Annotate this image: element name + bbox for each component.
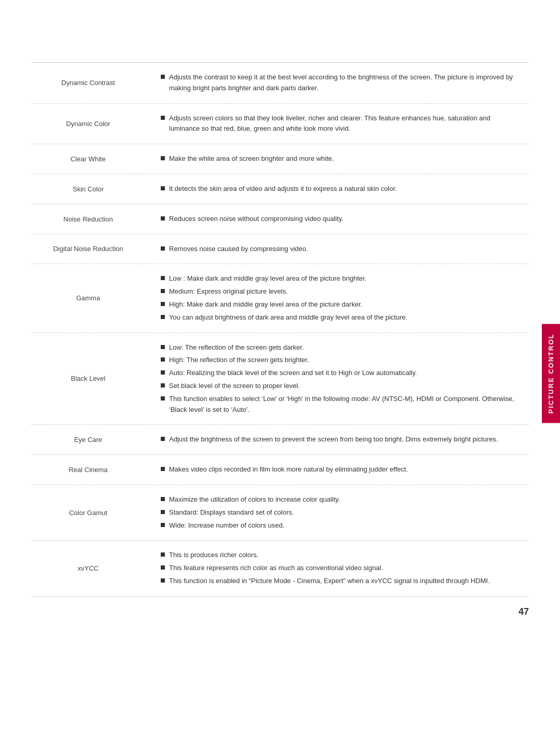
table-row: Noise ReductionReduces screen noise with… (31, 204, 529, 234)
bullet-text: Adjusts screen colors so that they look … (169, 113, 519, 135)
bullet-item: This function enables to select ‘Low’ or… (161, 394, 519, 416)
row-label: Noise Reduction (31, 204, 145, 234)
bullet-item: This is produces richer colors. (161, 550, 519, 561)
bullet-item: Low: The reflection of the screen gets d… (161, 342, 519, 353)
bullet-icon (161, 345, 165, 349)
bullet-icon (161, 467, 165, 471)
bullet-text: This is produces richer colors. (169, 550, 519, 561)
row-label: Color Gamut (31, 485, 145, 540)
row-content: Removes noise caused by compressing vide… (145, 234, 529, 264)
row-content: This is produces richer colors.This feat… (145, 541, 529, 596)
page-number: 47 (519, 606, 529, 617)
bullet-icon (161, 396, 165, 400)
bullet-item: Auto: Realizing the black level of the s… (161, 368, 519, 379)
bullet-text: Low : Make dark and middle gray level ar… (169, 273, 519, 284)
bullet-text: It detects the skin area of video and ad… (169, 184, 519, 195)
bullet-item: Make the white area of screen brighter a… (161, 154, 519, 164)
bullet-text: Set black level of the screen to proper … (169, 381, 519, 392)
bullet-item: Wide: Increase number of colors used. (161, 520, 519, 531)
row-label: Dynamic Contrast (31, 63, 145, 103)
bullet-icon (161, 370, 165, 375)
bullet-item: It detects the skin area of video and ad… (161, 184, 519, 195)
bullet-text: This function enables to select ‘Low’ or… (169, 394, 519, 416)
bullet-item: Reduces screen noise without compromisin… (161, 214, 519, 225)
bullet-text: You can adjust brightness of dark area a… (169, 312, 519, 323)
bullet-icon (161, 510, 165, 514)
bullet-text: Medium: Express original picture levels. (169, 286, 519, 297)
bullet-icon (161, 437, 165, 441)
side-tab: PICTURE CONTROL (542, 324, 560, 423)
bullet-icon (161, 156, 165, 160)
bullet-icon (161, 357, 165, 362)
row-content: Low : Make dark and middle gray level ar… (145, 264, 529, 332)
row-label: Clear White (31, 144, 145, 174)
table-row: Black LevelLow: The reflection of the sc… (31, 333, 529, 425)
row-content: It detects the skin area of video and ad… (145, 174, 529, 204)
table-row: Color GamutMaximize the utilization of c… (31, 485, 529, 541)
row-content: Maximize the utilization of colors to in… (145, 485, 529, 540)
table-row: Dynamic ColorAdjusts screen colors so th… (31, 104, 529, 145)
bullet-item: Makes video clips recorded in film look … (161, 464, 519, 475)
page-wrapper: PICTURE CONTROL Dynamic ContrastAdjusts … (0, 0, 560, 638)
table-row: Dynamic ContrastAdjusts the contrast to … (31, 63, 529, 104)
bullet-item: This feature represents rich color as mu… (161, 563, 519, 574)
bullet-item: This function is enabled in “Picture Mod… (161, 576, 519, 587)
bullet-text: This function is enabled in “Picture Mod… (169, 576, 519, 587)
bullet-icon (161, 75, 165, 79)
bullet-item: Low : Make dark and middle gray level ar… (161, 273, 519, 284)
bullet-text: Reduces screen noise without compromisin… (169, 214, 519, 225)
bullet-icon (161, 302, 165, 306)
bullet-item: Set black level of the screen to proper … (161, 381, 519, 392)
bullet-item: Adjusts screen colors so that they look … (161, 113, 519, 135)
table-row: xvYCCThis is produces richer colors.This… (31, 541, 529, 596)
bullet-text: Make the white area of screen brighter a… (169, 154, 519, 164)
bullet-icon (161, 578, 165, 583)
row-label: Skin Color (31, 174, 145, 204)
bullet-icon (161, 116, 165, 120)
bullet-icon (161, 216, 165, 220)
bullet-item: Maximize the utilization of colors to in… (161, 494, 519, 505)
bullet-text: Adjusts the contrast to keep it at the b… (169, 72, 519, 94)
row-label: Dynamic Color (31, 104, 145, 144)
table-row: Eye CareAdjust the brightness of the scr… (31, 425, 529, 455)
bullet-text: High: The reflection of the screen gets … (169, 355, 519, 366)
bullet-icon (161, 315, 165, 319)
bullet-icon (161, 289, 165, 293)
row-content: Adjust the brightness of the screen to p… (145, 425, 529, 454)
row-content: Adjusts the contrast to keep it at the b… (145, 63, 529, 103)
table-row: GammaLow : Make dark and middle gray lev… (31, 264, 529, 333)
row-content: Low: The reflection of the screen gets d… (145, 333, 529, 425)
bullet-item: Medium: Express original picture levels. (161, 286, 519, 297)
row-label: Eye Care (31, 425, 145, 454)
bullet-text: Adjust the brightness of the screen to p… (169, 434, 519, 445)
bullet-icon (161, 383, 165, 388)
table-container: Dynamic ContrastAdjusts the contrast to … (31, 62, 529, 597)
table-row: Real CinemaMakes video clips recorded in… (31, 455, 529, 485)
bullet-item: Standard: Displays standard set of color… (161, 507, 519, 518)
bullet-text: Maximize the utilization of colors to in… (169, 494, 519, 505)
row-label: Gamma (31, 264, 145, 332)
bullet-text: This feature represents rich color as mu… (169, 563, 519, 574)
bullet-icon (161, 565, 165, 570)
bullet-item: Adjust the brightness of the screen to p… (161, 434, 519, 445)
bullet-text: Wide: Increase number of colors used. (169, 520, 519, 531)
bullet-item: Removes noise caused by compressing vide… (161, 244, 519, 255)
bullet-text: Low: The reflection of the screen gets d… (169, 342, 519, 353)
table-row: Skin ColorIt detects the skin area of vi… (31, 174, 529, 204)
bullet-text: Auto: Realizing the black level of the s… (169, 368, 519, 379)
row-label: Black Level (31, 333, 145, 425)
bullet-icon (161, 246, 165, 251)
bullet-item: High: The reflection of the screen gets … (161, 355, 519, 366)
bullet-text: Removes noise caused by compressing vide… (169, 244, 519, 255)
row-content: Adjusts screen colors so that they look … (145, 104, 529, 144)
row-label: xvYCC (31, 541, 145, 596)
bullet-icon (161, 276, 165, 280)
row-label: Real Cinema (31, 455, 145, 485)
bullet-icon (161, 497, 165, 501)
bullet-text: Standard: Displays standard set of color… (169, 507, 519, 518)
bullet-item: High: Make dark and middle gray level ar… (161, 299, 519, 310)
row-content: Makes video clips recorded in film look … (145, 455, 529, 485)
bullet-item: You can adjust brightness of dark area a… (161, 312, 519, 323)
bullet-text: Makes video clips recorded in film look … (169, 464, 519, 475)
bullet-text: High: Make dark and middle gray level ar… (169, 299, 519, 310)
